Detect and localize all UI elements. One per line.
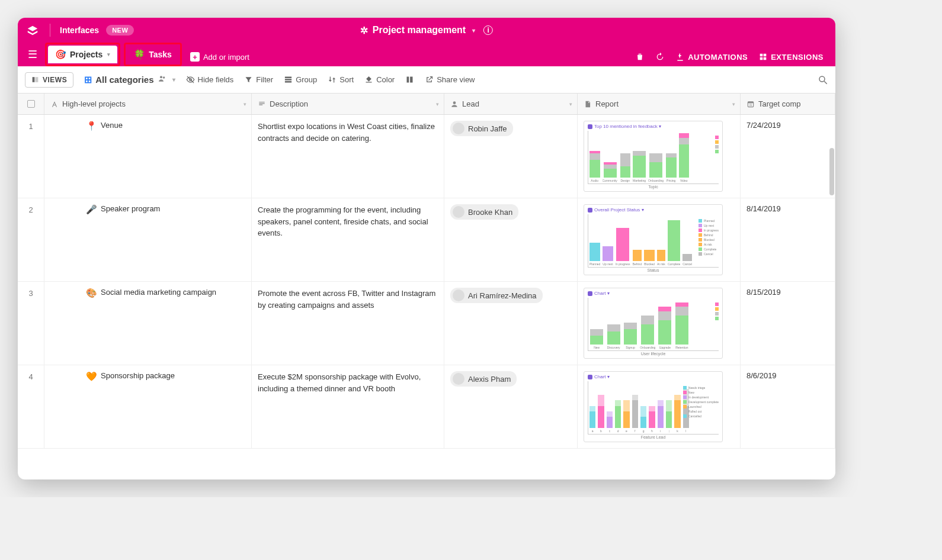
cell-project-name[interactable]: 🎨 Social media marketing campaign <box>44 282 252 365</box>
base-title-dropdown[interactable]: ✲ Project management ▾ i <box>360 25 493 36</box>
tab-projects[interactable]: 🎯 Projects ▾ <box>48 46 117 63</box>
lead-name-text: Alexis Pham <box>468 375 511 384</box>
avatar-icon <box>453 206 464 218</box>
grid-container: High-level projects ▾ Description ▾ Lead… <box>18 94 835 479</box>
group-button[interactable]: Group <box>284 75 317 84</box>
grid-view-icon: ⊞ <box>84 74 92 85</box>
svg-rect-7 <box>285 81 291 83</box>
svg-line-11 <box>824 81 827 84</box>
sort-button[interactable]: Sort <box>328 75 354 84</box>
app-window: Interfaces NEW ✲ Project management ▾ i … <box>18 18 835 479</box>
caret-down-icon[interactable]: ▾ <box>732 101 735 107</box>
current-view-dropdown[interactable]: ⊞ All categories ▾ <box>84 74 175 85</box>
cell-report[interactable]: Top 10 mentioned in feedback ▾ AudioComm… <box>578 115 741 198</box>
top-bar: Interfaces NEW ✲ Project management ▾ i <box>18 18 835 43</box>
table-row[interactable]: 2 🎤 Speaker program Create the programmi… <box>18 198 835 282</box>
views-button[interactable]: VIEWS <box>25 72 73 88</box>
grid-header-row: High-level projects ▾ Description ▾ Lead… <box>18 94 835 115</box>
sidebar-toggle-icon[interactable]: ☰ <box>24 46 41 63</box>
lead-collaborator-pill[interactable]: Alexis Pham <box>450 371 517 387</box>
cell-report[interactable]: Chart ▾ NewDiscoverySignupOnboarding/Fir… <box>578 282 741 365</box>
column-header-lead[interactable]: Lead ▾ <box>444 94 578 114</box>
caret-down-icon[interactable]: ▾ <box>107 52 110 57</box>
base-title-text: Project management <box>373 25 466 36</box>
report-chart-thumbnail[interactable]: Chart ▾ NewDiscoverySignupOnboarding/Fir… <box>584 288 723 359</box>
cell-lead[interactable]: Brooke Khan <box>444 198 578 281</box>
cell-lead[interactable]: Robin Jaffe <box>444 115 578 198</box>
search-icon[interactable] <box>818 75 828 85</box>
cell-target-date[interactable]: 8/14/2019 <box>741 198 835 281</box>
extensions-button[interactable]: EXTENSIONS <box>758 52 824 62</box>
svg-rect-6 <box>285 79 291 81</box>
column-header-name[interactable]: High-level projects ▾ <box>44 94 252 114</box>
svg-point-12 <box>453 101 456 104</box>
report-chart-thumbnail[interactable]: Top 10 mentioned in feedback ▾ AudioComm… <box>584 121 723 192</box>
automations-button[interactable]: AUTOMATIONS <box>675 52 748 62</box>
cell-report[interactable]: Overall Project Status ▾ PlannedUp nextI… <box>578 198 741 281</box>
cell-project-name[interactable]: 📍 Venue <box>44 115 252 198</box>
app-logo-icon[interactable] <box>25 22 40 38</box>
report-chart-thumbnail[interactable]: Chart ▾ abcdefghijklNeeds triageNewIn de… <box>584 371 723 442</box>
filter-button[interactable]: Filter <box>244 75 273 84</box>
info-icon[interactable]: i <box>483 25 493 35</box>
share-view-button[interactable]: Share view <box>425 75 475 84</box>
svg-rect-8 <box>407 77 409 83</box>
add-or-import-label: Add or import <box>203 53 249 62</box>
lead-name-text: Robin Jaffe <box>468 124 507 133</box>
table-row[interactable]: 4 🧡 Sponsorship package Execute $2M spon… <box>18 365 835 449</box>
svg-rect-1 <box>36 77 39 82</box>
cell-description[interactable]: Create the programming for the event, in… <box>252 198 444 281</box>
column-header-description[interactable]: Description ▾ <box>252 94 444 114</box>
people-icon <box>158 74 167 85</box>
clover-icon: 🍀 <box>134 49 145 60</box>
hide-fields-button[interactable]: Hide fields <box>186 75 234 84</box>
cell-target-date[interactable]: 8/6/2019 <box>741 365 835 448</box>
cell-lead[interactable]: Alexis Pham <box>444 365 578 448</box>
caret-down-icon[interactable]: ▾ <box>436 101 439 107</box>
cell-target-date[interactable]: 7/24/2019 <box>741 115 835 198</box>
history-icon[interactable] <box>655 52 665 62</box>
svg-rect-5 <box>285 77 291 79</box>
tab-tasks[interactable]: 🍀 Tasks <box>127 46 179 63</box>
lead-collaborator-pill[interactable]: Ari Ramírez-Medina <box>450 288 543 303</box>
cell-project-name[interactable]: 🧡 Sponsorship package <box>44 365 252 448</box>
caret-down-icon: ▾ <box>472 27 475 34</box>
interfaces-link[interactable]: Interfaces <box>60 25 99 35</box>
avatar-icon <box>453 289 464 301</box>
project-name-text: Social media marketing campaign <box>101 288 216 297</box>
cell-description[interactable]: Shortlist expo locations in West Coast c… <box>252 115 444 198</box>
column-header-target[interactable]: 31 Target comp <box>741 94 835 114</box>
table-row[interactable]: 1 📍 Venue Shortlist expo locations in We… <box>18 115 835 198</box>
avatar-icon <box>453 373 464 385</box>
row-number: 3 <box>18 282 44 365</box>
row-number: 4 <box>18 365 44 448</box>
svg-point-2 <box>160 76 162 78</box>
column-header-report[interactable]: Report ▾ <box>578 94 741 114</box>
grid-body[interactable]: 1 📍 Venue Shortlist expo locations in We… <box>18 115 835 479</box>
svg-rect-14 <box>748 101 753 102</box>
cell-project-name[interactable]: 🎤 Speaker program <box>44 198 252 281</box>
project-emoji-icon: 🧡 <box>86 371 97 382</box>
cell-target-date[interactable]: 8/15/2019 <box>741 282 835 365</box>
row-height-button[interactable] <box>405 75 414 84</box>
table-row[interactable]: 3 🎨 Social media marketing campaign Prom… <box>18 282 835 365</box>
select-all-checkbox-cell[interactable] <box>18 94 44 114</box>
cell-description[interactable]: Execute $2M sponsorship package with Evo… <box>252 365 444 448</box>
tabbar-right-actions: AUTOMATIONS EXTENSIONS <box>635 52 829 62</box>
trash-icon[interactable] <box>635 52 645 62</box>
scrollbar-thumb[interactable] <box>829 148 834 195</box>
new-badge: NEW <box>106 25 134 36</box>
lead-collaborator-pill[interactable]: Brooke Khan <box>450 204 518 220</box>
lead-name-text: Ari Ramírez-Medina <box>468 291 537 300</box>
add-or-import-button[interactable]: + Add or import <box>190 52 249 62</box>
lead-collaborator-pill[interactable]: Robin Jaffe <box>450 121 513 136</box>
caret-down-icon[interactable]: ▾ <box>569 101 572 107</box>
cell-lead[interactable]: Ari Ramírez-Medina <box>444 282 578 365</box>
report-chart-thumbnail[interactable]: Overall Project Status ▾ PlannedUp nextI… <box>584 204 723 275</box>
cell-report[interactable]: Chart ▾ abcdefghijklNeeds triageNewIn de… <box>578 365 741 448</box>
caret-down-icon[interactable]: ▾ <box>243 101 246 107</box>
cell-description[interactable]: Promote the event across FB, Twitter and… <box>252 282 444 365</box>
divider <box>50 24 50 37</box>
table-tab-bar: ☰ 🎯 Projects ▾ 🍀 Tasks + Add or import <box>18 43 835 66</box>
color-button[interactable]: Color <box>364 75 395 84</box>
